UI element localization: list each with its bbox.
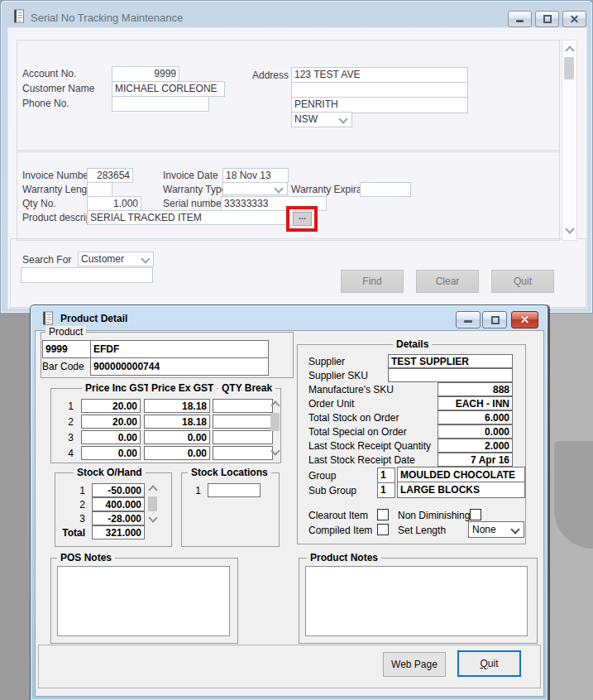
group-name-field[interactable]: MOULDED CHOCOLATE (397, 467, 525, 483)
scrollbar-thumb[interactable] (564, 57, 574, 79)
invoice-number-label: Invoice Number (22, 170, 92, 181)
window-title: Serial No Tracking Maintenance (31, 12, 183, 24)
minimize-button[interactable] (508, 11, 532, 27)
stock-row-number: 1 (64, 485, 85, 496)
address-city-field[interactable]: PENRITH (291, 97, 468, 113)
scrollbar-thumb[interactable] (148, 496, 157, 511)
stock-total-label: Total (55, 527, 85, 539)
invoice-date-field[interactable]: 18 Nov 13 (222, 168, 289, 183)
product-name-field[interactable]: EFDF (90, 340, 269, 358)
clear-button[interactable]: Clear (416, 270, 479, 293)
total-stock-on-order-label: Total Stock on Order (308, 412, 399, 424)
search-input[interactable] (21, 267, 153, 283)
warranty-type-dropdown[interactable] (222, 182, 288, 195)
quit-label-rest: uit (488, 658, 499, 669)
stock-onhand-field[interactable]: -50.000 (92, 483, 145, 497)
price-inc-field[interactable]: 20.00 (81, 399, 141, 413)
price-ex-field[interactable]: 0.00 (144, 446, 210, 460)
window1-content: Account No. 9999 Customer Name MICHAEL C… (7, 27, 587, 309)
quit-label-initial: Q (480, 658, 487, 669)
price-inc-field[interactable]: 0.00 (81, 430, 141, 444)
close-button[interactable] (511, 311, 538, 328)
price-ex-field[interactable]: 18.18 (144, 399, 210, 413)
total-stock-on-order-field: 6.000 (438, 410, 513, 424)
last-receipt-date-field: 7 Apr 16 (438, 453, 513, 467)
minimize-button[interactable] (456, 311, 481, 328)
price-inc-field[interactable]: 0.00 (81, 446, 141, 460)
group-code-field[interactable]: 1 (377, 467, 395, 483)
vertical-scrollbar[interactable] (562, 40, 577, 241)
non-diminishing-checkbox[interactable] (470, 509, 481, 520)
window-product-detail: Product Detail Product 9999 EFDF Bar Cod… (30, 304, 548, 700)
address-line1-field[interactable]: 123 TEST AVE (291, 67, 468, 84)
stock-location-field[interactable] (208, 483, 261, 497)
qty-break-field[interactable] (213, 430, 273, 444)
clearout-item-label: Clearout Item (308, 510, 368, 521)
scroll-down-icon[interactable] (565, 224, 574, 233)
invoice-number-field[interactable]: 283654 (87, 168, 133, 183)
product-description-field[interactable]: SERIAL TRACKED ITEM (87, 210, 287, 225)
price-inc-field[interactable]: 20.00 (81, 415, 141, 429)
app-icon (12, 9, 25, 26)
stock-onhand-field[interactable]: 400.000 (92, 497, 145, 511)
product-group-label: Product (45, 326, 86, 338)
price-ex-field[interactable]: 18.18 (144, 415, 210, 429)
customer-name-field[interactable]: MICHAEL CORLEONE (112, 81, 225, 97)
warranty-length-label: Warranty Length (22, 184, 95, 195)
supplier-sku-field[interactable] (388, 368, 513, 382)
web-page-button[interactable]: Web Page (383, 652, 446, 677)
order-unit-field[interactable]: EACH - INN (438, 396, 513, 410)
sub-group-code-field[interactable]: 1 (377, 482, 395, 498)
supplier-label: Supplier (308, 356, 345, 367)
phone-no-field[interactable] (112, 96, 209, 112)
qty-break-field[interactable] (213, 399, 273, 413)
quit-button[interactable]: Quit (457, 650, 521, 677)
qty-break-field[interactable] (213, 415, 273, 429)
product-notes-textarea[interactable] (305, 566, 528, 636)
set-length-dropdown[interactable]: None (468, 521, 524, 538)
state-dropdown[interactable]: NSW (291, 112, 352, 127)
compiled-item-checkbox[interactable] (377, 524, 389, 535)
product-code-field[interactable]: 9999 (42, 340, 91, 358)
warranty-length-field[interactable] (87, 182, 112, 197)
price-inc-header: Price Inc GST (82, 382, 153, 394)
price-row-number: 4 (59, 448, 74, 459)
qty-no-label: Qty No. (22, 198, 56, 209)
maximize-button[interactable] (482, 311, 507, 328)
address-label: Address (252, 70, 289, 81)
state-value: NSW (294, 113, 318, 125)
close-button[interactable] (562, 11, 586, 27)
quit-button-window1[interactable]: Quit (491, 270, 554, 293)
qty-no-field[interactable]: 1.000 (87, 196, 141, 211)
window-serial-tracking: Serial No Tracking Maintenance Account N… (0, 0, 593, 314)
stock-location-number: 1 (189, 485, 201, 496)
price-ex-field[interactable]: 0.00 (144, 430, 210, 444)
address-line2-field[interactable] (291, 82, 468, 98)
scrollbar-thumb[interactable] (270, 413, 280, 431)
stock-onhand-field[interactable]: -28.000 (92, 511, 145, 525)
window-title: Product Detail (60, 313, 127, 324)
account-no-field[interactable]: 9999 (112, 66, 179, 82)
barcode-field[interactable]: 900000000744 (90, 357, 269, 376)
last-receipt-qty-label: Last Stock Receipt Quantity (308, 440, 431, 452)
chevron-down-icon (510, 525, 519, 534)
total-special-on-order-label: Total Special on Order (308, 426, 407, 438)
order-unit-label: Order Unit (308, 398, 354, 410)
qty-break-field[interactable] (213, 446, 273, 460)
pos-notes-textarea[interactable] (57, 566, 230, 636)
supplier-field[interactable]: TEST SUPPLIER (388, 354, 513, 368)
minimize-icon (516, 20, 524, 22)
clearout-item-checkbox[interactable] (377, 509, 389, 520)
details-label: Details (393, 338, 432, 350)
sub-group-name-field[interactable]: LARGE BLOCKS (397, 482, 525, 498)
scroll-up-icon[interactable] (565, 46, 574, 55)
search-for-dropdown[interactable]: Customer Name (78, 252, 154, 266)
phone-no-label: Phone No. (22, 98, 69, 109)
find-button[interactable]: Find (341, 270, 404, 293)
warranty-expiration-field[interactable] (360, 182, 411, 197)
customer-name-label: Customer Name (22, 83, 94, 94)
minimize-icon (464, 320, 472, 323)
supplier-sku-label: Supplier SKU (308, 370, 368, 381)
maximize-button[interactable] (535, 11, 559, 27)
manufactures-sku-field[interactable]: 888 (438, 382, 513, 396)
